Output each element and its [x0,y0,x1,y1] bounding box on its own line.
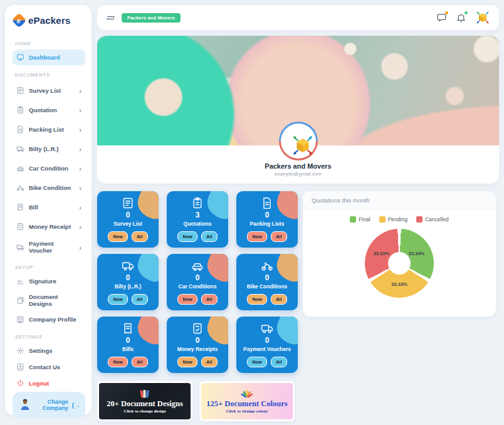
company-badge: Packers and Movers [122,13,181,23]
stat-card-label: Bills [122,346,134,352]
sidebar-item-label: Document Designs [29,293,81,307]
banner-subtitle: Click to change colour [226,409,268,414]
stat-card-label: Bike Conditions [247,283,288,290]
sidebar-item-logout[interactable]: Logout [13,375,85,391]
stat-card-bills: 0 Bills New All [97,317,159,373]
banner-title: 20+ Document Designs [107,400,183,409]
brand-logo[interactable]: e ePackers [14,15,85,26]
nav-setup: Signature Document Designs Company Profi… [13,273,85,328]
switch-arrow-icon: (→ [72,402,80,409]
sidebar-item-label: Bill [29,204,75,211]
sidebar-item-dashboard[interactable]: Dashboard [13,50,85,65]
survey-list-icon [16,87,24,95]
chevron-right-icon [79,241,81,253]
sidebar-item-label: Packing List [29,126,75,133]
colour-fan-icon [240,389,254,400]
sidebar-item-signature[interactable]: Signature [13,273,85,289]
section-label-home: HOME [15,41,85,46]
sidebar-item-label: Bike Condition [29,184,75,191]
stat-card-bike-conditions: 0 Bike Conditions New All [236,254,298,310]
package-icon[interactable] [475,10,490,25]
sidebar-item-document-designs[interactable]: Document Designs [13,290,85,311]
all-button[interactable]: All [271,294,287,305]
settings-icon [16,347,24,355]
chevron-right-icon [79,104,81,115]
menu-icon[interactable] [106,13,115,23]
sidebar-item-quotation[interactable]: Quotation [13,100,85,119]
stat-card-survey-list: 0 Survey List New All [97,191,159,248]
sidebar-item-label: Contact Us [29,364,81,370]
survey-list-icon [122,197,134,209]
package-avatar-icon [291,134,306,149]
donut-chart: 33.34% 33.33% 33.33% [365,229,434,298]
sidebar-item-car-condition[interactable]: Car Condition [13,159,85,177]
all-button[interactable]: All [201,294,218,305]
packing-list-icon [16,125,24,134]
sidebar-item-company-profile[interactable]: Company Profile [13,312,85,327]
chat-icon[interactable] [436,13,447,23]
document-designs-banner[interactable]: 20+ Document Designs Click to change des… [97,381,192,421]
legend-item-cancelled[interactable]: Cancelled [416,216,449,223]
stat-card-count: 0 [196,273,200,282]
sidebar-item-label: Car Condition [29,165,75,172]
slice-label-final: 33.34% [409,250,424,256]
sidebar-item-money-receipt[interactable]: Money Receipt [13,217,85,236]
section-label-documents: DOCUMENTS [15,72,85,78]
new-button[interactable]: New [177,294,197,305]
all-button[interactable]: All [132,231,148,242]
books-icon [138,389,152,400]
sidebar-item-bilty-l-r[interactable]: Bilty (L.R.) [13,139,85,158]
legend-item-pending[interactable]: Pending [379,216,407,223]
new-button[interactable]: New [108,231,127,242]
chart-legend: Final Pending Cancelled [350,216,448,223]
chart-panel-title: Quotations this month [303,191,496,210]
legend-swatch [350,216,356,223]
all-button[interactable]: All [201,231,218,242]
chat-notification-dot [445,11,448,14]
profile-summary: Packers and Movers example@gmail.com [97,145,499,184]
new-button[interactable]: New [108,294,127,305]
bike-icon [16,184,24,192]
change-company-button[interactable]: Change Company (→ [13,392,85,418]
profile-hero-card: Packers and Movers example@gmail.com [97,36,499,184]
stat-card-label: Survey List [113,221,142,227]
banner-title: 125+ Document Colours [206,400,287,409]
sidebar-item-payment-voucher[interactable]: Payment Voucher [13,236,85,258]
brand-name: ePackers [28,15,71,26]
new-button[interactable]: New [247,294,266,305]
new-button[interactable]: New [247,231,266,242]
new-button[interactable]: New [247,357,266,367]
sidebar-item-label: Dashboard [29,54,81,61]
bell-icon[interactable] [456,13,466,23]
slice-label-cancelled: 33.33% [374,250,389,256]
sidebar-item-packing-list[interactable]: Packing List [13,120,85,139]
dashboard-icon [16,53,24,61]
stat-card-count: 0 [196,336,200,345]
legend-item-final[interactable]: Final [350,216,370,223]
stat-card-money-receipts: 0 Money Receipts New All [167,317,228,373]
chevron-right-icon [79,123,81,135]
all-button[interactable]: All [132,294,148,305]
sidebar-item-bill[interactable]: Bill [13,197,85,216]
chevron-right-icon [79,182,81,193]
bill-icon [122,322,134,335]
all-button[interactable]: All [201,357,218,367]
sidebar-item-settings[interactable]: Settings [13,343,85,359]
car-icon [16,164,24,172]
truck-icon [16,145,24,153]
sidebar-item-contact-us[interactable]: Contact Us [13,359,85,375]
document-colours-banner[interactable]: 125+ Document Colours Click to change co… [199,381,295,421]
sidebar-item-survey-list[interactable]: Survey List [13,81,85,100]
new-button[interactable]: New [177,357,197,367]
nav-settings: Settings Contact Us Logout [13,342,85,392]
new-button[interactable]: New [177,231,197,242]
all-button[interactable]: All [132,357,148,367]
bell-notification-dot [465,11,468,14]
legend-label: Pending [388,216,407,223]
all-button[interactable]: All [271,231,287,242]
sidebar-item-bike-condition[interactable]: Bike Condition [13,178,85,197]
chevron-right-icon [79,221,81,232]
all-button[interactable]: All [271,357,287,367]
new-button[interactable]: New [108,357,127,367]
section-label-setup: SETUP [15,265,85,270]
